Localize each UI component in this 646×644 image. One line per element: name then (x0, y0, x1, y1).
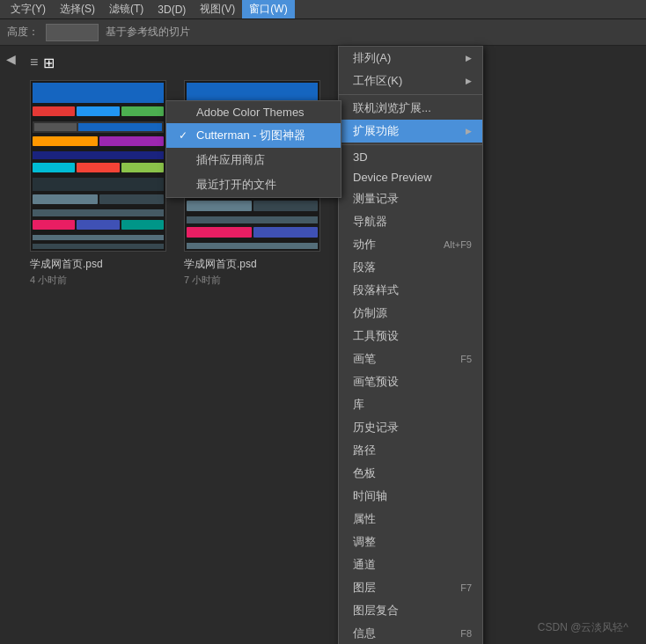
menu-item-paragraph[interactable]: 段落 (339, 256, 482, 279)
submenu-item-recent-files[interactable]: 最近打开的文件 (166, 172, 341, 197)
menu-item-browse-ext[interactable]: 联机浏览扩展... (339, 97, 482, 120)
menu-item-brush-preset[interactable]: 画笔预设 (339, 370, 482, 393)
menu-3d[interactable]: 3D(D) (150, 0, 193, 18)
menu-item-actions[interactable]: 动作 Alt+F9 (339, 233, 482, 256)
file-time-1: 4 小时前 (30, 274, 67, 287)
menu-item-layers[interactable]: 图层 F7 (339, 576, 482, 599)
menu-item-extensions[interactable]: 扩展功能 (339, 120, 482, 143)
menu-item-layer-comp[interactable]: 图层复合 (339, 599, 482, 622)
menu-bar: 文字(Y) 选择(S) 滤镜(T) 3D(D) 视图(V) 窗口(W) (0, 0, 646, 19)
menu-item-clone-source[interactable]: 仿制源 (339, 302, 482, 325)
menu-item-library[interactable]: 库 (339, 393, 482, 416)
file-item-1[interactable]: 学成网首页.psd 4 小时前 (30, 80, 166, 287)
watermark: CSDN @云淡风轻^ (538, 620, 628, 635)
menu-filter[interactable]: 滤镜(T) (102, 0, 150, 18)
height-label: 高度： (7, 25, 39, 40)
menu-item-navigator[interactable]: 导航器 (339, 210, 482, 233)
menu-view[interactable]: 视图(V) (193, 0, 242, 18)
menu-item-device-preview[interactable]: Device Preview (339, 167, 482, 187)
menu-item-info[interactable]: 信息 F8 (339, 622, 482, 644)
menu-item-tool-preset[interactable]: 工具预设 (339, 325, 482, 348)
grid-view-icon[interactable]: ⊞ (43, 55, 55, 71)
separator-2 (339, 144, 482, 145)
file-name-2: 学成网首页.psd (184, 257, 257, 272)
left-icon-1[interactable]: ◀ (6, 53, 16, 65)
file-time-2: 7 小时前 (184, 274, 221, 287)
menu-item-measure[interactable]: 测量记录 (339, 187, 482, 210)
separator-1 (339, 94, 482, 95)
view-toggle: ≡ ⊞ (30, 55, 637, 71)
menu-item-timeline[interactable]: 时间轴 (339, 485, 482, 508)
list-view-icon[interactable]: ≡ (30, 55, 38, 71)
menu-item-properties[interactable]: 属性 (339, 508, 482, 531)
menu-item-workspace[interactable]: 工作区(K) (339, 70, 482, 92)
toolbar: 高度： 基于参考线的切片 (0, 19, 646, 46)
menu-item-paragraph-style[interactable]: 段落样式 (339, 279, 482, 302)
content-area: ≡ ⊞ (21, 46, 646, 644)
file-thumbnail-1 (30, 80, 166, 252)
menu-window[interactable]: 窗口(W) (242, 0, 294, 18)
menu-item-history[interactable]: 历史记录 (339, 416, 482, 439)
main-area: ◀ ≡ ⊞ (0, 46, 646, 644)
left-panel: ◀ (0, 46, 21, 644)
menu-item-channels[interactable]: 通道 (339, 553, 482, 576)
file-name-1: 学成网首页.psd (30, 257, 103, 272)
submenu-item-plugin-store[interactable]: 插件应用商店 (166, 148, 341, 172)
window-menu-dropdown: 排列(A) 工作区(K) 联机浏览扩展... 扩展功能 3D Device Pr… (338, 46, 483, 644)
menu-item-swatches[interactable]: 色板 (339, 462, 482, 485)
menu-item-brush[interactable]: 画笔 F5 (339, 348, 482, 370)
menu-item-arrange[interactable]: 排列(A) (339, 47, 482, 70)
slice-label: 基于参考线的切片 (106, 25, 190, 40)
menu-text[interactable]: 文字(Y) (4, 0, 53, 18)
submenu-item-adobe-color[interactable]: Adobe Color Themes (166, 101, 341, 123)
menu-item-3d[interactable]: 3D (339, 147, 482, 167)
submenu-item-cutterman[interactable]: ✓ Cutterman - 切图神器 (166, 123, 341, 148)
menu-select[interactable]: 选择(S) (53, 0, 102, 18)
menu-item-path[interactable]: 路径 (339, 439, 482, 462)
menu-item-adjustments[interactable]: 调整 (339, 531, 482, 553)
height-input[interactable] (46, 24, 99, 41)
extensions-submenu: Adobe Color Themes ✓ Cutterman - 切图神器 插件… (165, 100, 341, 198)
